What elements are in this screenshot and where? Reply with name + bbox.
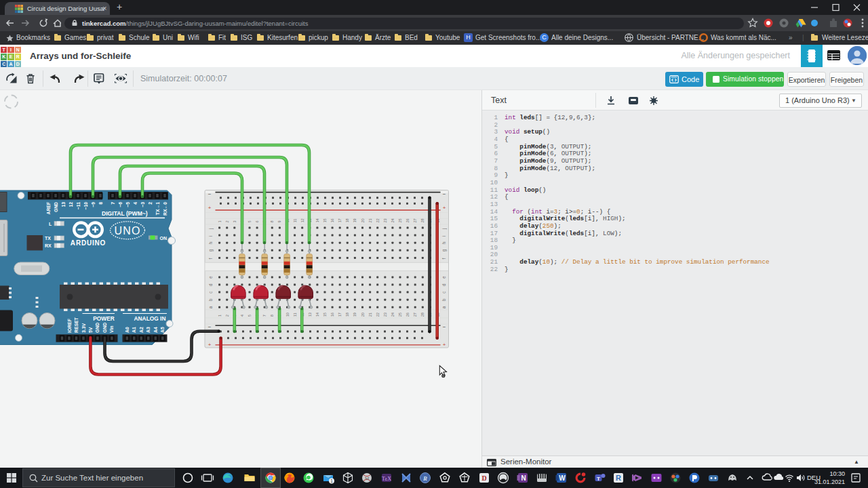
svg-text:13: 13 bbox=[61, 202, 66, 207]
svg-text:18: 18 bbox=[345, 218, 349, 222]
svg-text:11: 11 bbox=[293, 312, 297, 317]
svg-text:5: 5 bbox=[248, 220, 252, 222]
svg-text:~10: ~10 bbox=[83, 202, 88, 210]
svg-text:15: 15 bbox=[323, 312, 327, 317]
svg-text:16: 16 bbox=[330, 312, 334, 317]
svg-text:15: 15 bbox=[323, 218, 327, 222]
svg-text:A3: A3 bbox=[146, 327, 151, 333]
svg-text:TX: TX bbox=[45, 236, 51, 241]
svg-text:+: + bbox=[443, 205, 446, 211]
svg-text:4: 4 bbox=[240, 314, 244, 317]
svg-text:b: b bbox=[441, 298, 446, 301]
svg-text:9: 9 bbox=[277, 220, 281, 222]
svg-text:a: a bbox=[441, 306, 446, 308]
svg-text:j: j bbox=[208, 228, 214, 230]
svg-text:1: 1 bbox=[218, 314, 222, 317]
svg-text:M: M bbox=[365, 476, 370, 481]
svg-text:R: R bbox=[422, 475, 427, 482]
svg-text:18: 18 bbox=[345, 312, 349, 317]
svg-text:ON: ON bbox=[160, 236, 167, 241]
svg-text:~11: ~11 bbox=[76, 202, 81, 209]
svg-text:e: e bbox=[208, 276, 213, 279]
svg-text:28: 28 bbox=[420, 218, 425, 222]
svg-text:27: 27 bbox=[413, 312, 417, 317]
svg-text:22: 22 bbox=[376, 312, 380, 317]
svg-text:12: 12 bbox=[68, 202, 73, 207]
svg-text:AREF: AREF bbox=[46, 202, 51, 215]
svg-text:d: d bbox=[208, 283, 213, 286]
svg-text:A1: A1 bbox=[132, 327, 136, 333]
svg-text:+: + bbox=[208, 205, 212, 211]
svg-text:25: 25 bbox=[398, 312, 402, 317]
svg-text:25: 25 bbox=[398, 218, 402, 222]
svg-text:g: g bbox=[441, 249, 447, 251]
svg-text:16: 16 bbox=[330, 218, 334, 222]
svg-text:N: N bbox=[521, 474, 526, 482]
svg-text:5V: 5V bbox=[88, 327, 93, 333]
svg-text:RESET: RESET bbox=[74, 317, 79, 333]
svg-text:RX: RX bbox=[45, 243, 52, 248]
svg-text:ANALOG IN: ANALOG IN bbox=[134, 315, 166, 322]
svg-text:2: 2 bbox=[225, 314, 229, 317]
svg-text:T: T bbox=[597, 476, 600, 482]
svg-text:8: 8 bbox=[98, 202, 103, 205]
svg-text:g: g bbox=[208, 249, 214, 251]
svg-text:h: h bbox=[441, 241, 446, 244]
svg-text:Vin: Vin bbox=[109, 326, 114, 333]
svg-text:h: h bbox=[208, 241, 213, 244]
svg-text:22: 22 bbox=[376, 218, 380, 222]
svg-text:−: − bbox=[208, 324, 212, 330]
svg-text:3.3V: 3.3V bbox=[81, 323, 86, 333]
svg-text:23: 23 bbox=[383, 218, 387, 222]
svg-text:D: D bbox=[481, 474, 486, 482]
svg-text:TεX: TεX bbox=[382, 476, 391, 482]
svg-text:2: 2 bbox=[148, 202, 153, 205]
svg-text:11: 11 bbox=[293, 219, 297, 223]
svg-text:19: 19 bbox=[353, 312, 357, 317]
svg-text:R: R bbox=[616, 474, 621, 482]
svg-text:12: 12 bbox=[300, 218, 304, 222]
svg-text:ARDUINO: ARDUINO bbox=[71, 239, 106, 247]
svg-text:7: 7 bbox=[111, 202, 115, 205]
svg-text:A4: A4 bbox=[153, 327, 158, 333]
svg-text:20: 20 bbox=[361, 312, 365, 317]
svg-text:19: 19 bbox=[353, 218, 357, 222]
svg-text:TX→1: TX→1 bbox=[155, 202, 160, 215]
svg-text:10: 10 bbox=[285, 312, 290, 317]
svg-text:20: 20 bbox=[361, 218, 365, 222]
svg-text:17: 17 bbox=[338, 312, 342, 317]
svg-text:f: f bbox=[208, 258, 213, 259]
svg-text:i: i bbox=[441, 236, 446, 237]
svg-text:GND: GND bbox=[95, 323, 100, 333]
svg-text:14: 14 bbox=[315, 218, 319, 222]
svg-text:~3: ~3 bbox=[140, 202, 145, 207]
svg-text:RX←0: RX←0 bbox=[163, 202, 167, 216]
svg-text:6: 6 bbox=[255, 220, 259, 222]
svg-text:a: a bbox=[208, 306, 213, 308]
svg-text:f: f bbox=[441, 258, 446, 259]
svg-text:GND: GND bbox=[102, 323, 107, 333]
svg-text:i: i bbox=[208, 236, 213, 237]
svg-text:8: 8 bbox=[270, 314, 274, 317]
svg-text:23: 23 bbox=[383, 312, 387, 317]
svg-text:−: − bbox=[443, 324, 446, 330]
svg-text:A0: A0 bbox=[125, 327, 130, 333]
svg-text:~5: ~5 bbox=[125, 202, 130, 207]
svg-text:IOREF: IOREF bbox=[67, 319, 72, 333]
svg-text:3: 3 bbox=[233, 220, 237, 222]
svg-text:DIGITAL (PWM~): DIGITAL (PWM~) bbox=[102, 210, 148, 217]
svg-text:j: j bbox=[441, 228, 447, 230]
svg-text:1: 1 bbox=[330, 479, 333, 483]
svg-text:2: 2 bbox=[225, 220, 229, 222]
svg-text:UNO: UNO bbox=[114, 225, 140, 237]
svg-text:POWER: POWER bbox=[93, 315, 115, 322]
svg-text:7: 7 bbox=[262, 314, 267, 317]
svg-text:4: 4 bbox=[133, 202, 138, 205]
svg-text:d: d bbox=[441, 283, 446, 286]
svg-text:26: 26 bbox=[406, 218, 410, 222]
svg-text:24: 24 bbox=[391, 218, 395, 222]
svg-text:+: + bbox=[208, 342, 212, 348]
svg-text:21: 21 bbox=[368, 218, 372, 222]
svg-text:17: 17 bbox=[338, 218, 342, 222]
svg-text:~9: ~9 bbox=[91, 202, 96, 207]
